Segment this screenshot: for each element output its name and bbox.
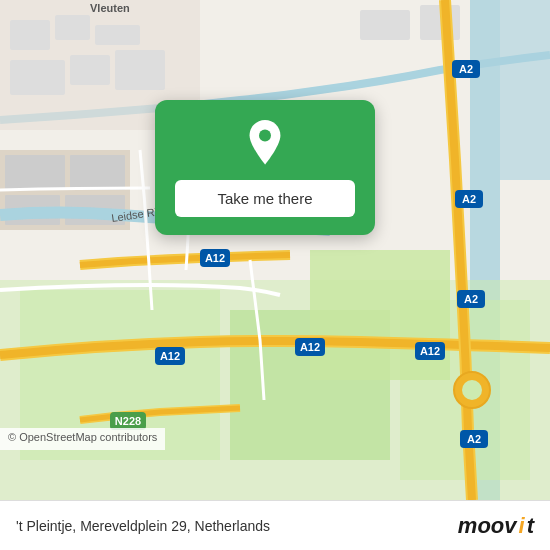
location-pin-icon <box>241 120 289 168</box>
svg-text:A2: A2 <box>464 293 478 305</box>
svg-rect-14 <box>360 10 410 40</box>
svg-rect-8 <box>10 20 50 50</box>
svg-rect-17 <box>5 155 65 190</box>
svg-rect-13 <box>115 50 165 90</box>
svg-text:A2: A2 <box>467 433 481 445</box>
attribution-text: © OpenStreetMap contributors <box>8 431 157 443</box>
svg-text:A2: A2 <box>462 193 476 205</box>
location-label: 't Pleintje, Mereveldplein 29, Netherlan… <box>16 518 270 534</box>
svg-rect-6 <box>310 250 450 380</box>
bottom-bar: 't Pleintje, Mereveldplein 29, Netherlan… <box>0 500 550 550</box>
moovit-logo: moovit <box>458 513 534 539</box>
map-container[interactable]: A12 A12 A12 A12 A2 A2 A2 A2 N228 Vleuten… <box>0 0 550 500</box>
svg-point-43 <box>259 129 271 141</box>
svg-rect-18 <box>70 155 125 190</box>
popup-card: Take me there <box>155 100 375 235</box>
svg-rect-9 <box>55 15 90 40</box>
moovit-logo-end: t <box>527 513 534 539</box>
svg-text:A12: A12 <box>205 252 225 264</box>
svg-point-22 <box>462 380 482 400</box>
moovit-logo-text: moov <box>458 513 517 539</box>
svg-rect-11 <box>10 60 65 95</box>
take-me-there-button[interactable]: Take me there <box>175 180 355 217</box>
svg-rect-10 <box>95 25 140 45</box>
svg-rect-12 <box>70 55 110 85</box>
svg-text:Vleuten: Vleuten <box>90 2 130 14</box>
svg-text:A12: A12 <box>420 345 440 357</box>
svg-text:N228: N228 <box>115 415 141 427</box>
svg-text:A12: A12 <box>160 350 180 362</box>
svg-text:A2: A2 <box>459 63 473 75</box>
attribution-bar: © OpenStreetMap contributors <box>0 428 165 450</box>
moovit-logo-dot: i <box>519 513 525 539</box>
svg-text:A12: A12 <box>300 341 320 353</box>
